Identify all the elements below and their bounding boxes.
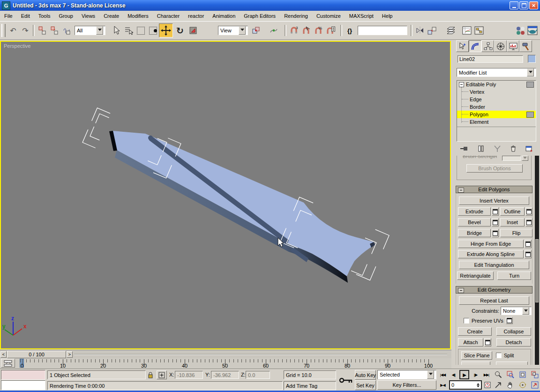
collapse-box-icon[interactable] <box>459 82 464 87</box>
stack-item-element[interactable]: Element <box>457 118 536 126</box>
remove-modifier-icon[interactable] <box>510 145 517 152</box>
constraints-dropdown[interactable]: None <box>501 307 532 315</box>
goto-end-button[interactable]: ▶▶| <box>481 370 491 379</box>
time-slider[interactable]: 0 / 100 <box>7 351 66 358</box>
selection-lock-toggle[interactable] <box>146 370 155 379</box>
set-key-button[interactable]: Set Key <box>355 380 376 390</box>
time-slider-prev-button[interactable]: < <box>0 351 7 358</box>
use-pivot-point-center-button[interactable] <box>250 24 262 37</box>
menu-views[interactable]: Views <box>77 11 99 21</box>
z-coordinate-field[interactable]: 0.0 <box>246 371 270 379</box>
close-button[interactable]: × <box>529 1 538 9</box>
menu-tools[interactable]: Tools <box>34 11 55 21</box>
field-of-view-button[interactable] <box>492 380 504 390</box>
selection-filter-dropdown[interactable]: All <box>75 26 105 35</box>
tab-display[interactable] <box>507 40 519 52</box>
bevel-button[interactable]: Bevel <box>458 218 491 226</box>
show-end-result-icon[interactable] <box>477 145 485 152</box>
minimize-button[interactable] <box>510 1 518 9</box>
auto-key-button[interactable]: Auto Key <box>355 370 376 380</box>
object-name-field[interactable] <box>458 55 523 63</box>
select-and-manipulate-button[interactable] <box>268 24 280 37</box>
attach-settings-button[interactable] <box>484 338 491 347</box>
collapse-button[interactable]: Collapse <box>496 327 531 336</box>
turn-button[interactable]: Turn <box>497 271 531 280</box>
unlink-selection-button[interactable] <box>48 24 60 37</box>
align-button[interactable] <box>426 24 438 37</box>
menu-animation[interactable]: Animation <box>208 11 240 21</box>
object-color-swatch[interactable] <box>528 55 536 63</box>
preserve-uvs-settings-button[interactable] <box>506 317 513 324</box>
select-by-name-button[interactable] <box>122 24 135 37</box>
chevron-down-icon[interactable] <box>427 370 434 379</box>
extrude-settings-button[interactable] <box>492 207 499 216</box>
time-slider-next-button[interactable]: > <box>67 351 73 358</box>
pin-stack-icon[interactable] <box>459 145 469 152</box>
extrude-along-spline-button[interactable]: Extrude Along Spline <box>458 250 524 258</box>
select-and-link-button[interactable] <box>36 24 48 37</box>
open-mini-curve-editor-button[interactable] <box>1 359 15 368</box>
named-selection-sets-list[interactable] <box>358 26 407 35</box>
chevron-down-icon[interactable] <box>522 307 529 315</box>
edit-geometry-rollout-header[interactable]: Edit Geometry <box>456 286 532 294</box>
extrude-button[interactable]: Extrude <box>458 207 491 216</box>
stack-root-row[interactable]: Editable Poly <box>457 81 536 88</box>
chevron-down-icon[interactable] <box>527 68 534 76</box>
menu-reactor[interactable]: reactor <box>184 11 208 21</box>
menu-customize[interactable]: Customize <box>312 11 345 21</box>
preserve-uvs-checkbox[interactable] <box>464 318 469 324</box>
menu-group[interactable]: Group <box>54 11 77 21</box>
menu-rendering[interactable]: Rendering <box>280 11 312 21</box>
inset-settings-button[interactable] <box>525 218 532 226</box>
bind-to-space-warp-button[interactable] <box>60 24 73 37</box>
maxscript-listener[interactable] <box>1 380 45 390</box>
menu-create[interactable]: Create <box>99 11 123 21</box>
editable-poly-object[interactable] <box>109 131 375 283</box>
set-keys-button[interactable] <box>338 370 354 390</box>
attach-button[interactable]: Attach <box>458 338 483 347</box>
tab-hierarchy[interactable] <box>481 40 494 52</box>
bridge-settings-button[interactable] <box>492 229 499 237</box>
arc-rotate-button[interactable] <box>517 380 528 390</box>
split-checkbox[interactable] <box>496 353 502 358</box>
layer-manager-button[interactable] <box>445 24 457 37</box>
brush-strength-spinner[interactable] <box>502 156 521 161</box>
mirror-button[interactable] <box>414 24 426 37</box>
undo-button[interactable]: ↶ <box>7 24 19 37</box>
key-mode-toggle-button[interactable]: ▶◀ <box>438 380 448 390</box>
rectangular-selection-region-button[interactable] <box>135 24 147 37</box>
reference-coordinate-system-dropdown[interactable]: View <box>218 26 248 35</box>
menu-edit[interactable]: Edit <box>17 11 34 21</box>
zoom-button[interactable] <box>492 369 504 380</box>
snap-toggle-3d-button[interactable]: 3 <box>288 24 300 37</box>
time-configuration-button[interactable] <box>483 380 492 390</box>
play-button[interactable]: ▶ <box>459 370 469 379</box>
curve-editor-button[interactable] <box>461 24 473 37</box>
flip-button[interactable]: Flip <box>500 229 532 237</box>
menu-character[interactable]: Character <box>153 11 184 21</box>
chevron-down-icon[interactable] <box>96 26 103 35</box>
repeat-last-button[interactable]: Repeat Last <box>459 296 529 305</box>
stack-item-edge[interactable]: Edge <box>457 96 536 103</box>
hinge-from-edge-button[interactable]: Hinge From Edge <box>458 240 524 248</box>
tab-motion[interactable] <box>494 40 507 52</box>
absolute-mode-transform-toggle[interactable] <box>157 370 167 379</box>
next-frame-button[interactable]: ||▶ <box>471 370 480 379</box>
tab-create[interactable] <box>456 40 469 52</box>
modifier-list-dropdown[interactable]: Modifier List <box>457 68 536 77</box>
edit-triangulation-button[interactable]: Edit Triangulation <box>459 261 529 269</box>
y-coordinate-field[interactable]: -36.962 <box>211 371 239 379</box>
select-and-rotate-button[interactable]: ↻ <box>173 24 187 37</box>
outline-settings-button[interactable] <box>525 207 532 216</box>
retriangulate-button[interactable]: Retriangulate <box>457 271 494 280</box>
select-and-move-button[interactable] <box>159 23 173 38</box>
stack-item-border[interactable]: Border <box>457 103 536 111</box>
stack-item-vertex[interactable]: Vertex <box>457 88 536 96</box>
zoom-extents-all-button[interactable] <box>529 369 540 380</box>
edit-named-selection-sets-button[interactable]: {} <box>344 24 356 37</box>
current-frame-field[interactable]: 0 <box>449 380 482 390</box>
track-bar[interactable]: 0 10 20 30 40 50 60 70 80 90 100 <box>0 358 451 369</box>
percent-snap-toggle-button[interactable]: % <box>312 24 324 37</box>
insert-vertex-button[interactable]: Insert Vertex <box>459 196 529 205</box>
render-scene-button[interactable] <box>526 24 539 37</box>
